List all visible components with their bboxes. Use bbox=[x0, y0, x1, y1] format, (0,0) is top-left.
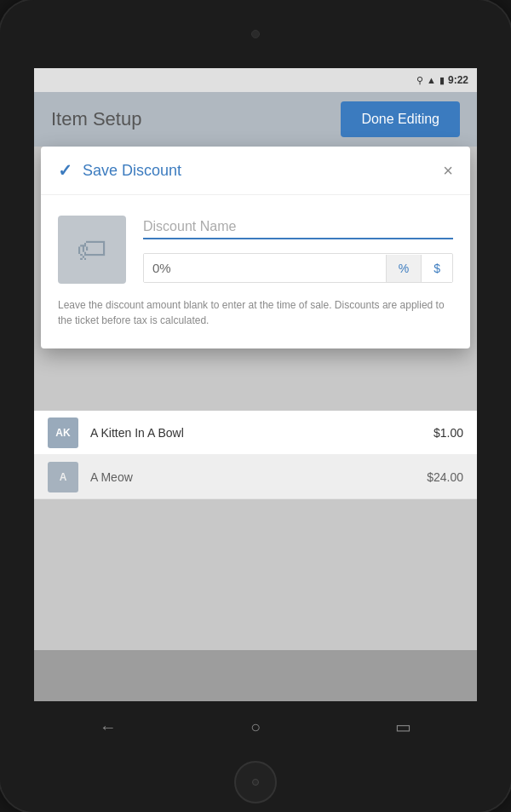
screen: ⚲ ▲ ▮ 9:22 Item Setup Done Editing AK bbox=[34, 68, 477, 701]
amount-row: % $ bbox=[143, 253, 453, 283]
wifi-icon: ▲ bbox=[427, 75, 436, 85]
form-row: 🏷 % $ bbox=[58, 216, 453, 284]
item-price: $1.00 bbox=[433, 426, 463, 440]
bottom-nav: ← ○ ▭ bbox=[34, 701, 477, 752]
avatar: A bbox=[48, 462, 78, 492]
modal-body: 🏷 % $ bbox=[41, 195, 470, 348]
amount-input[interactable] bbox=[144, 254, 386, 282]
help-text: Leave the discount amount blank to enter… bbox=[58, 297, 453, 328]
discount-name-field bbox=[143, 216, 453, 239]
physical-home-button[interactable] bbox=[234, 761, 277, 803]
avatar: AK bbox=[48, 418, 78, 448]
status-bar: ⚲ ▲ ▮ 9:22 bbox=[34, 68, 477, 92]
status-icons: ⚲ ▲ ▮ 9:22 bbox=[416, 74, 468, 86]
home-dot bbox=[252, 779, 259, 786]
back-button[interactable]: ← bbox=[83, 710, 134, 744]
list-item: A A Meow $24.00 bbox=[34, 455, 477, 499]
form-fields: % $ bbox=[143, 216, 453, 283]
percent-toggle-button[interactable]: % bbox=[387, 255, 422, 282]
modal-title: Save Discount bbox=[83, 162, 181, 180]
home-icon: ○ bbox=[250, 717, 261, 737]
modal-header: ✓ Save Discount × bbox=[41, 147, 470, 195]
time-display: 9:22 bbox=[448, 74, 468, 86]
recents-icon: ▭ bbox=[395, 717, 411, 737]
app-bar: Item Setup Done Editing bbox=[34, 92, 477, 147]
dollar-toggle-button[interactable]: $ bbox=[422, 255, 452, 282]
device-top bbox=[0, 0, 511, 68]
save-discount-modal: ✓ Save Discount × 🏷 bbox=[41, 147, 470, 348]
recents-button[interactable]: ▭ bbox=[377, 710, 428, 744]
back-icon: ← bbox=[100, 717, 117, 737]
discount-icon-box: 🏷 bbox=[58, 216, 126, 284]
page-title: Item Setup bbox=[51, 108, 141, 130]
check-icon: ✓ bbox=[58, 160, 72, 181]
list-item: AK A Kitten In A Bowl $1.00 bbox=[34, 411, 477, 455]
close-button[interactable]: × bbox=[443, 161, 453, 181]
item-price: $24.00 bbox=[427, 470, 463, 484]
item-name: A Kitten In A Bowl bbox=[90, 426, 433, 440]
location-icon: ⚲ bbox=[416, 75, 423, 86]
device-bottom bbox=[0, 752, 511, 812]
battery-icon: ▮ bbox=[439, 75, 445, 86]
discount-name-input[interactable] bbox=[143, 216, 453, 239]
camera bbox=[251, 30, 260, 38]
amount-toggle: % $ bbox=[386, 255, 452, 282]
modal-header-left: ✓ Save Discount bbox=[58, 160, 181, 181]
screen-wrapper: ⚲ ▲ ▮ 9:22 Item Setup Done Editing AK bbox=[34, 68, 477, 701]
device: ⚲ ▲ ▮ 9:22 Item Setup Done Editing AK bbox=[0, 0, 511, 812]
tag-icon: 🏷 bbox=[77, 232, 107, 268]
home-button[interactable]: ○ bbox=[230, 710, 281, 744]
item-name: A Meow bbox=[90, 470, 427, 484]
done-editing-button[interactable]: Done Editing bbox=[341, 101, 460, 137]
